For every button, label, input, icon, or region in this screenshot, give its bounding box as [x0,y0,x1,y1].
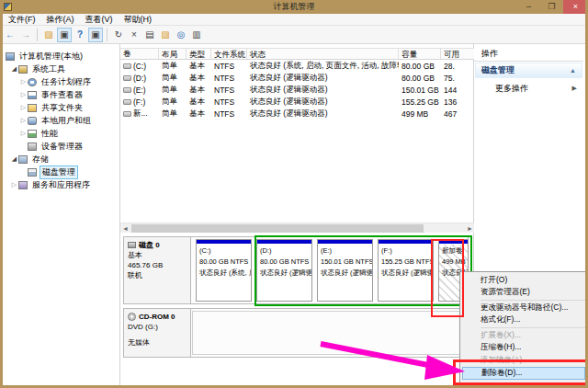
console-window-icon[interactable]: ▣ [57,28,72,42]
open-folder-icon[interactable]: ▨ [158,28,173,42]
cdrom-0-media-type: DVD (G:) [128,322,187,332]
tree-item-device-manager[interactable]: 设备管理器 [3,140,119,153]
disk-icon [128,242,136,248]
tree-item-task-scheduler[interactable]: ▷ 任务计划程序 [3,75,119,88]
console-tree-panel: 计算机管理(本地) ◢ 系统工具 ▷ 任务计划程序 ▷ 事件查看器 ▷ 共享文件… [3,44,119,385]
menu-add-mirror: 添加镜像(A) [460,354,587,367]
menu-file[interactable]: 文件(F) [4,13,40,27]
task-scheduler-icon [28,78,37,86]
find-icon[interactable]: ◎ [174,28,188,42]
more-actions-item[interactable]: 更多操作 ▶ [475,82,582,95]
cdrom-empty-area[interactable] [192,311,466,355]
partition-c[interactable]: (C:) 80.00 GB NTFS 状态良好 (系统, 启动, 页面文件, 活… [196,239,252,302]
toolbar: ← → ▨ ▣ ? ▣ ↻ × ▤ ▨ ◎ ▥ [0,26,588,44]
partition-e[interactable]: (E:) 150.01 GB NTFS 状态良好 (逻辑驱动器) [317,239,373,302]
menu-shrink-volume[interactable]: 压缩卷(H)... [460,342,587,355]
export-icon[interactable]: ▥ [189,28,204,42]
disk-0-row: 磁盘 0 基本 465.76 GB 联机 (C:) 80.00 GB NTFS … [123,236,469,304]
shared-folders-icon [28,104,37,112]
action-pane-icon[interactable]: ▣ [88,28,103,42]
col-status[interactable]: 状态 [247,49,399,59]
volume-context-menu: 打开(O) 资源管理器(E) 更改驱动器号和路径(C)... 格式化(F)...… [459,271,588,388]
tree-item-services-applications[interactable]: ▷ 服务和应用程序 [3,178,119,191]
tree-item-computer-management[interactable]: 计算机管理(本地) [3,50,119,63]
menu-delete-volume[interactable]: 删除卷(D)... [462,367,585,380]
menu-help[interactable]: 帮助(H) [119,13,157,27]
toolbar-separator [37,29,38,41]
expander-expanded-icon[interactable]: ◢ [10,155,18,163]
delete-icon[interactable]: × [127,28,141,42]
col-free[interactable]: 可用 [441,49,475,59]
expander-collapsed-icon[interactable]: ▷ [19,104,28,111]
volume-row-c[interactable]: (C:) 简单基本 NTFS状态良好 (系统, 启动, 页面文件, 活动, 故障… [120,60,475,72]
event-viewer-icon [28,91,37,99]
computer-management-window: 计算机管理 – ❐ × 文件(F) 操作(A) 查看(V) 帮助(H) ← → … [0,0,588,388]
window-title: 计算机管理 [0,1,588,13]
back-icon[interactable]: ← [3,28,17,42]
volume-row-new[interactable]: 新... 简单基本 NTFS状态良好 (逻辑驱动器) 499 MB467 [120,108,475,120]
tree-item-event-viewer[interactable]: ▷ 事件查看器 [3,88,119,101]
menu-explorer[interactable]: 资源管理器(E) [460,287,587,300]
scrollbar-thumb[interactable] [131,224,424,233]
menu-extend-volume: 扩展卷(X)... [460,329,587,342]
properties-icon[interactable]: ▤ [142,28,157,42]
help-icon[interactable]: ? [73,28,87,42]
refresh-icon[interactable]: ↻ [111,28,126,42]
menu-change-drive-letter[interactable]: 更改驱动器号和路径(C)... [460,302,587,314]
partition-d[interactable]: (D:) 80.00 GB NTFS 状态良好 (逻辑驱动器) [256,239,312,302]
drive-icon [123,87,131,93]
menu-separator [481,327,585,328]
col-volume[interactable]: 卷 [120,49,159,59]
menu-open[interactable]: 打开(O) [460,274,587,287]
tree-item-storage[interactable]: ◢ 存储 [3,153,119,165]
volume-row-e[interactable]: (E:) 简单基本 NTFS状态良好 (逻辑驱动器) 150.01 GB144 [120,84,475,96]
col-capacity[interactable]: 容量 [399,49,441,59]
collapse-icon[interactable]: ▲ [570,67,576,74]
col-filesystem[interactable]: 文件系统 [211,49,247,59]
expander-collapsed-icon[interactable]: ▷ [19,130,28,137]
tree-item-shared-folders[interactable]: ▷ 共享文件夹 [3,101,119,114]
partition-f[interactable]: (F:) 155.25 GB NTFS 状态良好 (逻辑驱动器) [378,239,434,302]
forward-icon[interactable]: → [18,28,33,42]
volume-row-d[interactable]: (D:) 简单基本 NTFS状态良好 (逻辑驱动器) 80.00 GB75. [120,72,475,84]
cdrom-icon [128,313,136,321]
expander-collapsed-icon[interactable]: ▷ [10,181,18,188]
drive-icon [123,75,131,81]
close-button[interactable]: × [563,0,588,14]
expander-collapsed-icon[interactable]: ▷ [19,117,28,124]
horizontal-scrollbar[interactable]: ◄ ► [120,223,475,233]
tree-item-system-tools[interactable]: ◢ 系统工具 [3,63,119,75]
actions-disk-management-section[interactable]: 磁盘管理 ▲ [475,63,582,78]
expander-expanded-icon[interactable]: ◢ [10,65,18,73]
minimize-button[interactable]: – [517,0,540,14]
cdrom-0-row: CD-ROM 0 DVD (G:) 无媒体 [123,308,469,358]
show-console-tree-icon[interactable]: ▨ [41,28,56,42]
tree-item-disk-management[interactable]: 磁盘管理 [3,165,119,178]
computer-icon [6,52,15,61]
volume-row-f[interactable]: (F:) 简单基本 NTFS状态良好 (逻辑驱动器) 155.25 GB136 [120,96,475,108]
volume-list: 卷 布局 类型 文件系统 状态 容量 可用 (C:) 简单基本 NTFS状态良好… [120,48,475,120]
submenu-arrow-icon: ▶ [572,85,577,92]
drive-icon [123,99,131,105]
drive-icon [123,111,131,117]
expander-collapsed-icon[interactable]: ▷ [19,78,28,86]
expander-collapsed-icon[interactable]: ▷ [19,91,28,98]
system-tools-icon [18,65,28,74]
tree-item-local-users-groups[interactable]: ▷ 本地用户和组 [3,114,119,127]
cdrom-0-info[interactable]: CD-ROM 0 DVD (G:) 无媒体 [124,309,191,357]
menu-view[interactable]: 查看(V) [81,13,118,27]
menu-action[interactable]: 操作(A) [42,13,79,27]
local-users-icon [28,117,37,125]
disk-0-info[interactable]: 磁盘 0 基本 465.76 GB 联机 [124,237,191,303]
menu-bar: 文件(F) 操作(A) 查看(V) 帮助(H) [0,14,588,26]
maximize-button[interactable]: ❐ [540,0,563,14]
col-type[interactable]: 类型 [187,49,211,59]
disk-0-size: 465.76 GB [128,260,187,270]
scroll-left-icon[interactable]: ◄ [120,225,130,232]
menu-format[interactable]: 格式化(F)... [460,314,587,327]
col-layout[interactable]: 布局 [159,49,187,59]
tree-item-performance[interactable]: ▷ 性能 [3,127,119,140]
disk-management-icon [28,168,37,177]
disk-0-type: 基本 [128,250,187,260]
cdrom-0-status: 无媒体 [128,337,187,348]
